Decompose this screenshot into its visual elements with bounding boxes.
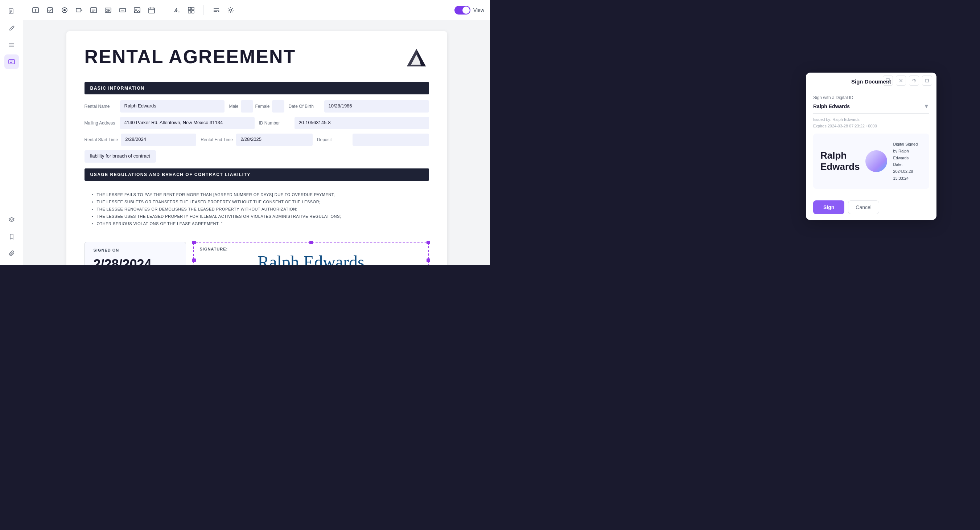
male-label: Male [229,104,238,109]
toolbar-tools: T OK [29,4,158,17]
female-label: Female [255,104,270,109]
handle-mr[interactable] [426,259,430,262]
signed-on-label: SIGNED ON [94,248,177,252]
form-row-2: Mailing Address 4140 Parker Rd. Allentow… [84,117,429,129]
svg-text:T: T [35,8,37,12]
usage-list-item: OTHER SERIOUS VIOLATIONS OF THE LEASE AG… [92,222,422,226]
view-toggle: View [455,6,484,14]
checkbox-tool-button[interactable] [43,4,57,17]
svg-rect-35 [191,11,194,13]
rental-start-field: Rental Start Time 2/28/2024 [84,134,197,146]
form-row-3: Rental Start Time 2/28/2024 Rental End T… [84,134,429,146]
document: RENTAL AGREEMENT BASIC INFORMATION Renta… [66,31,447,265]
rental-name-label: Rental Name [84,104,117,109]
text-tool-button[interactable]: T [29,4,42,17]
document-header: RENTAL AGREEMENT [84,46,429,71]
svg-text:OK: OK [105,9,111,12]
rental-name-value[interactable]: Ralph Edwards [120,100,225,113]
svg-rect-33 [191,7,194,10]
usage-list-item: THE LESSEE RENOVATES OR DEMOLISHES THE L… [92,207,422,211]
bottom-section: SIGNED ON 2/28/2024 SIGNATURE: Ralph Edw… [84,242,429,265]
svg-rect-7 [9,59,14,64]
rental-start-value[interactable]: 2/28/2024 [121,134,196,146]
sidebar-item-edit[interactable] [4,21,19,35]
handle-tm[interactable] [309,241,313,244]
toolbar-tools-2 [170,4,198,17]
company-logo [404,46,429,71]
svg-rect-25 [134,8,140,13]
handle-ml[interactable] [192,259,196,262]
svg-marker-10 [9,217,14,220]
sidebar-item-attachment[interactable] [4,246,19,261]
sidebar-item-form[interactable] [4,54,19,69]
svg-rect-32 [188,7,191,10]
rental-end-field: Rental End Time 2/28/2025 [200,134,313,146]
signature-label: SIGNATURE: [200,247,228,251]
radio-tool-button[interactable] [58,4,71,17]
main-area: T OK [23,0,490,265]
svg-rect-34 [188,11,191,13]
address-field: Mailing Address 4140 Parker Rd. Allentow… [84,117,255,129]
address-label: Mailing Address [84,121,117,126]
handle-tr[interactable] [426,241,430,244]
usage-header: USAGE REGULATIONS AND BREACH OF CONTRACT… [84,168,429,181]
id-number-value[interactable]: 20-10563145-8 [294,117,429,129]
toolbar-divider-1 [164,5,164,15]
sign-tool-button[interactable] [170,4,183,17]
view-label: View [473,7,484,13]
ok-tool-button[interactable]: OK [102,4,115,17]
svg-point-15 [64,9,66,11]
handle-tl[interactable] [192,241,196,244]
document-area: RENTAL AGREEMENT BASIC INFORMATION Renta… [23,20,490,265]
dob-field: Date Of Birth 10/28/1986 [289,100,429,113]
sidebar-item-file[interactable] [4,4,19,19]
basic-info-header: BASIC INFORMATION [84,82,429,94]
list-tool-button[interactable] [87,4,100,17]
sidebar-item-list[interactable] [4,38,19,52]
field-tool-button[interactable] [116,4,129,17]
address-value[interactable]: 4140 Parker Rd. Allentown, New Mexico 31… [120,117,255,129]
toolbar-tools-3 [210,4,237,17]
id-number-label: ID Number [259,121,292,126]
rental-name-field: Rental Name Ralph Edwards [84,100,225,113]
deposit-label: Deposit [317,137,350,142]
sidebar-item-layers[interactable] [4,213,19,227]
toolbar-divider-2 [204,5,204,15]
rental-start-label: Rental Start Time [84,137,118,142]
document-title: RENTAL AGREEMENT [84,46,296,67]
gender-row: Male Female [229,100,284,113]
form-row-1: Rental Name Ralph Edwards Male Female Da… [84,100,429,113]
dob-label: Date Of Birth [289,104,321,109]
rental-end-value[interactable]: 2/28/2025 [236,134,313,146]
svg-rect-27 [149,8,154,13]
liability-text: liability for breach of contract [84,150,156,163]
female-checkbox[interactable] [272,100,284,113]
signature-box[interactable]: SIGNATURE: Ralph Edwards [193,242,429,265]
deposit-value[interactable] [353,134,429,146]
svg-rect-13 [48,8,52,13]
usage-list-item: THE LESSEE FAILS TO PAY THE RENT FOR MOR… [92,192,422,197]
align-tool-button[interactable] [210,4,223,17]
image-tool-button[interactable] [130,4,144,17]
id-number-field: ID Number 20-10563145-8 [259,117,429,129]
deposit-field: Deposit [317,134,429,146]
combo-tool-button[interactable] [73,4,86,17]
svg-rect-16 [76,8,81,12]
sidebar [0,0,23,265]
svg-point-39 [229,9,232,11]
layout-tool-button[interactable] [185,4,198,17]
sidebar-item-bookmark[interactable] [4,230,19,244]
male-checkbox[interactable] [241,100,253,113]
signed-on-date: 2/28/2024 [94,257,177,265]
settings-tool-button[interactable] [224,4,237,17]
toolbar: T OK [23,0,490,20]
dob-value[interactable]: 10/28/1986 [324,100,429,113]
rental-end-label: Rental End Time [200,137,233,142]
signature-value: Ralph Edwards [258,252,364,265]
svg-point-26 [136,9,137,10]
date-tool-button[interactable] [145,4,158,17]
usage-list-item: THE LESSEE SUBLETS OR TRANSFERS THE LEAS… [92,200,422,204]
signed-on-box: SIGNED ON 2/28/2024 [84,242,186,265]
usage-list-item: THE LESSEE USES THE LEASED PROPERTY FOR … [92,214,422,219]
view-toggle-switch[interactable] [455,6,471,14]
